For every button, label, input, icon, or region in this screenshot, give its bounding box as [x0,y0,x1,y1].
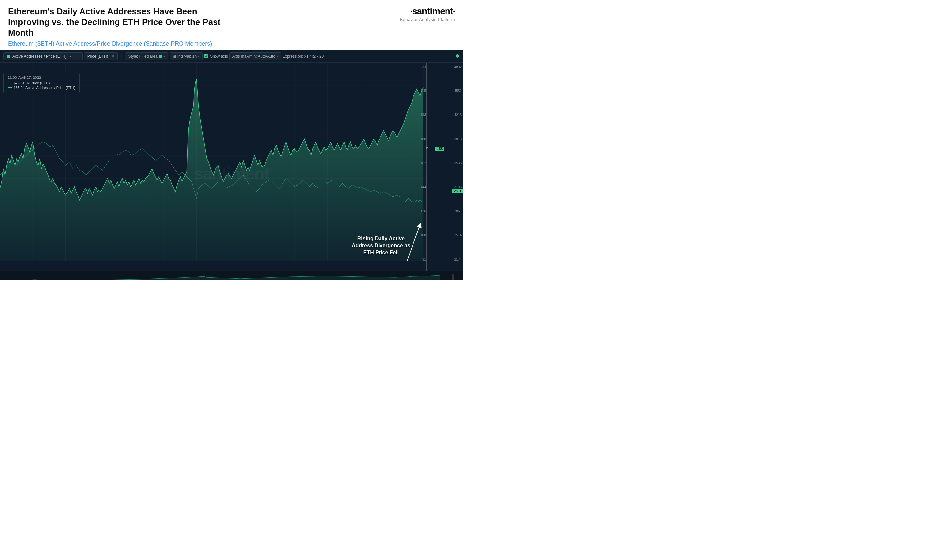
tooltip-price-label: $2,861.02 Price (ETH) [14,81,50,85]
logo-dot-right: · [453,6,455,16]
style-selector[interactable]: Style: Filled area ▾ [125,53,168,60]
main-title: Ethereum's Daily Active Addresses Have B… [8,6,239,38]
tab-options-icon: ⋮ [69,54,73,59]
show-axis-control[interactable]: Show axis [204,54,228,59]
y-label-233: 233 [412,65,426,69]
interval-label: Interval: 1h [177,54,197,59]
tooltip-price-color [8,83,12,83]
interval-icon: ⊞ [172,54,176,59]
behavior-platform-text: Behavior Analysis Platform [399,17,455,22]
tooltip-active-row: 155.94 Active Addresses / Price (ETH) [8,86,75,90]
scrollbar-area[interactable] [443,271,463,280]
axis-max-selector[interactable]: Axis max/min: Auto/Auto ▾ [229,53,281,60]
scrollbar-thumb[interactable] [452,275,454,280]
toolbar-separator: │ [120,53,123,59]
expression-label: Expression: x1 / x2 - 20 [283,54,324,59]
y-label-4552: 4552 [445,89,463,93]
y-label-144: 144 [412,185,426,189]
tab-label-1: Active Addresses / Price (ETH) [12,54,67,59]
tooltip-active-label: 155.94 Active Addresses / Price (ETH) [14,86,75,90]
annotation-arrow [357,218,424,264]
y-label-4213: 4213 [445,113,463,117]
logo-wordmark: santiment [412,6,453,16]
style-chevron: ▾ [164,55,165,58]
tab-label-2: Price (ETH) [88,54,108,59]
y-label-3873: 3873 [445,137,463,141]
tab-close-2[interactable]: ✕ [111,54,114,58]
y-label-3533: 3533 [445,161,463,165]
status-indicator [456,54,459,58]
tag-2861: 2861 [452,189,463,193]
chart-container: Active Addresses / Price (ETH) ⋮ ✕ Price… [0,50,463,280]
santiment-logo: ·santiment· [410,6,455,17]
tooltip-price-row: $2,861.02 Price (ETH) [8,81,75,85]
header-left: Ethereum's Daily Active Addresses Have B… [8,6,383,47]
style-color [159,55,162,58]
y-label-2861: 2861 [445,210,463,213]
svg-line-21 [407,225,420,261]
y-axis-right: 4892 4552 4213 3873 3533 3193 2861 2514 … [445,63,463,271]
header: Ethereum's Daily Active Addresses Have B… [0,0,463,50]
tab-active-addresses[interactable]: Active Addresses / Price (ETH) ⋮ ✕ [3,53,83,60]
mini-chart-svg [0,272,443,280]
y-label-3193: 3193 [445,185,463,189]
crosshair-dot [426,147,428,149]
y-label-2514: 2514 [445,234,463,237]
style-label: Style: Filled area [128,54,157,59]
y-label-180: 180 [412,137,426,141]
y-label-162: 162 [412,161,426,165]
subtitle: Ethereum ($ETH) Active Address/Price Div… [8,40,383,47]
show-axis-label: Show axis [210,54,228,59]
interval-selector[interactable]: ⊞ Interval: 1h ▾ [169,53,203,60]
tooltip-active-color [8,88,12,88]
chart-tooltip: 11:00, April 27, 2022 $2,861.02 Price (E… [3,72,80,93]
tab-close-1[interactable]: ✕ [76,54,79,58]
logo-area: ·santiment· Behavior Analysis Platform [383,6,455,22]
y-label-198: 198 [412,113,426,117]
axis-max-label: Axis max/min: Auto/Auto [232,54,275,59]
tab-price[interactable]: Price (ETH) ✕ [84,53,118,60]
show-axis-checkbox[interactable] [204,54,208,58]
chart-body: santiment [0,63,463,280]
tooltip-date: 11:00, April 27, 2022 [8,75,75,80]
tab-color-box-1 [7,55,10,58]
mini-chart [0,271,443,280]
chart-toolbar: Active Addresses / Price (ETH) ⋮ ✕ Price… [0,50,463,63]
y-label-4892: 4892 [445,65,463,69]
y-label-215: 215 [412,89,426,93]
logo-dot-left: · [410,6,412,16]
interval-chevron: ▾ [198,55,200,58]
y-label-126: 126 [412,210,426,213]
tag-155: 155 [435,147,444,151]
y-label-2174: 2174 [445,258,463,261]
axis-max-chevron: ▾ [277,55,278,58]
